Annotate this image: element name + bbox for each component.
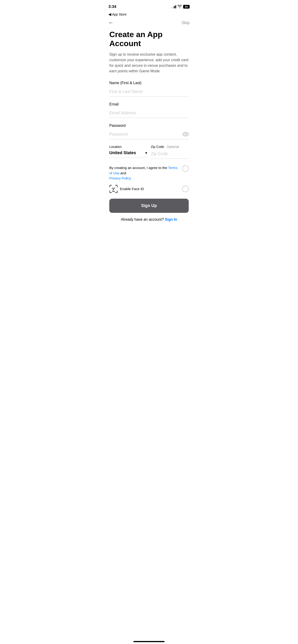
faceid-label: Enable Face ID xyxy=(120,187,144,191)
page-description: Sign up to receive exclusive app content… xyxy=(109,52,189,74)
skip-button[interactable]: Skip xyxy=(181,20,190,25)
name-label: Name (First & Last) xyxy=(109,81,189,85)
terms-radio[interactable] xyxy=(182,165,189,172)
signin-prompt: Already have an account? Sign In xyxy=(109,218,189,222)
svg-point-1 xyxy=(185,133,187,135)
toggle-password-icon[interactable] xyxy=(183,132,189,138)
password-field-group: Password xyxy=(109,124,189,139)
terms-text-1: By creating an account, I agree to the xyxy=(109,166,168,170)
faceid-icon xyxy=(109,185,118,193)
app-store-nav[interactable]: ◀ App Store xyxy=(104,12,194,18)
privacy-policy-link[interactable]: Privacy Policy xyxy=(109,176,131,180)
signin-link[interactable]: Sign In xyxy=(165,218,177,222)
password-wrapper xyxy=(109,130,189,139)
email-input[interactable] xyxy=(109,109,189,118)
faceid-left: Enable Face ID xyxy=(109,185,144,193)
zip-col: Zip Code Optional xyxy=(151,145,189,159)
location-value: United States xyxy=(109,150,144,155)
wifi-icon xyxy=(178,5,182,9)
email-label: Email xyxy=(109,102,189,106)
app-store-chevron-icon: ◀ xyxy=(108,12,111,16)
faceid-radio[interactable] xyxy=(182,186,189,192)
password-input[interactable] xyxy=(109,130,189,139)
zip-code-label-row: Zip Code Optional xyxy=(151,145,189,148)
faceid-row: Enable Face ID xyxy=(109,185,189,193)
name-field-group: Name (First & Last) xyxy=(109,81,189,97)
terms-text: By creating an account, I agree to the T… xyxy=(109,165,182,181)
signup-button[interactable]: Sign Up xyxy=(109,199,189,213)
zip-code-label: Zip Code xyxy=(151,145,164,148)
signal-bars-icon xyxy=(171,5,176,8)
password-label: Password xyxy=(109,124,189,128)
chevron-down-icon: ▾ xyxy=(145,151,147,155)
status-time: 3:34 xyxy=(108,4,116,9)
location-zip-row: Location United States ▾ Zip Code Option… xyxy=(109,145,189,159)
app-store-label: App Store xyxy=(112,12,127,16)
email-field-group: Email xyxy=(109,102,189,118)
status-bar: 3:34 64 xyxy=(104,0,194,12)
location-col: Location United States ▾ xyxy=(109,145,147,158)
zip-code-input[interactable] xyxy=(151,152,189,159)
agreements-section: By creating an account, I agree to the T… xyxy=(109,165,189,193)
zip-code-optional: Optional xyxy=(167,145,179,148)
nav-bar: ← Skip xyxy=(104,18,194,28)
terms-row: By creating an account, I agree to the T… xyxy=(109,165,189,181)
location-select[interactable]: United States ▾ xyxy=(109,150,147,158)
back-button[interactable]: ← xyxy=(108,20,114,25)
battery-indicator: 64 xyxy=(183,5,190,8)
already-account-text: Already have an account? xyxy=(121,218,164,222)
location-label: Location xyxy=(109,145,147,148)
name-input[interactable] xyxy=(109,88,189,97)
svg-point-0 xyxy=(183,132,188,136)
page-title: Create an App Account xyxy=(109,30,189,48)
page-content: Create an App Account Sign up to receive… xyxy=(104,28,194,227)
terms-text-2: and xyxy=(119,171,126,175)
status-icons: 64 xyxy=(171,5,190,9)
